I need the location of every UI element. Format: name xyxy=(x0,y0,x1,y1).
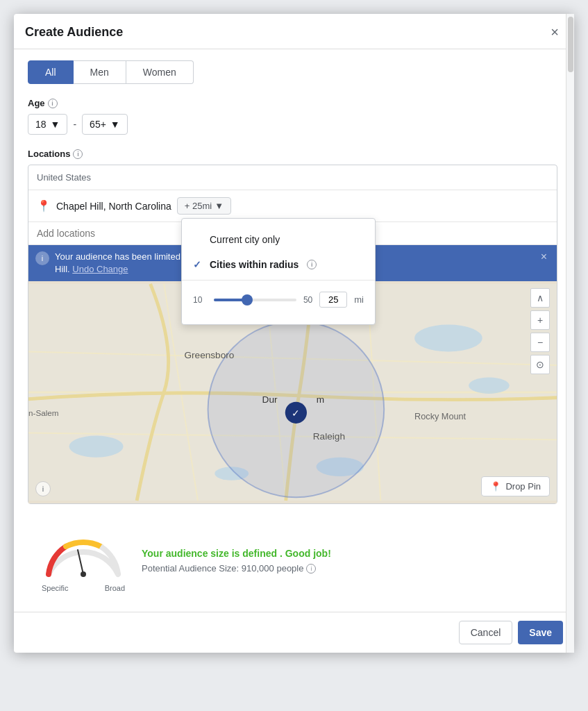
radius-button[interactable]: + 25mi ▼ xyxy=(177,197,231,215)
svg-text:Greensboro: Greensboro xyxy=(184,351,234,361)
slider-max-label: 50 xyxy=(303,295,312,305)
close-button[interactable]: × xyxy=(546,24,563,40)
map-controls: ∧ + − ⊙ xyxy=(530,288,550,374)
dropdown-info-icon[interactable]: i xyxy=(307,260,317,269)
slider-value-input[interactable] xyxy=(319,292,347,308)
location-row: 📍 Chapel Hill, North Carolina + 25mi ▼ C… xyxy=(28,190,557,222)
check-empty-icon xyxy=(193,234,204,245)
dropdown-cities-radius[interactable]: ✓ Cities within radius i xyxy=(182,252,375,277)
svg-point-7 xyxy=(414,325,482,352)
map-zoom-in-button[interactable]: + xyxy=(530,310,550,330)
audience-size-text: Potential Audience Size: 910,000 people … xyxy=(142,563,544,574)
svg-text:Dur: Dur xyxy=(262,394,278,405)
age-separator: - xyxy=(73,119,76,130)
save-button[interactable]: Save xyxy=(518,621,563,644)
radius-chevron-icon: ▼ xyxy=(215,201,224,211)
undo-change-link[interactable]: Undo Change xyxy=(72,264,128,274)
drop-pin-icon: 📍 xyxy=(490,481,501,492)
svg-text:Raleigh: Raleigh xyxy=(313,432,345,442)
age-section-label: Age i xyxy=(28,98,557,108)
slider-thumb[interactable] xyxy=(242,294,253,306)
age-min-chevron-icon: ▼ xyxy=(51,119,60,130)
locations-section-label: Locations i xyxy=(28,149,557,159)
info-bar-close-button[interactable]: × xyxy=(538,251,550,263)
gender-selector: All Men Women xyxy=(28,60,557,84)
gender-men-button[interactable]: Men xyxy=(74,60,126,84)
check-mark-icon: ✓ xyxy=(193,259,204,270)
scrollbar-thumb[interactable] xyxy=(568,17,573,72)
map-zoom-out-button[interactable]: − xyxy=(530,333,550,352)
create-audience-modal: Create Audience × All Men Women Age i 18… xyxy=(14,14,574,653)
radius-dropdown: Current city only ✓ Cities within radius… xyxy=(181,218,376,325)
svg-point-22 xyxy=(81,571,86,577)
drop-pin-button[interactable]: 📍 Drop Pin xyxy=(481,476,550,496)
svg-text:n-Salem: n-Salem xyxy=(28,409,59,418)
location-pin-icon: 📍 xyxy=(37,199,51,212)
modal-title: Create Audience xyxy=(25,25,123,40)
location-name: Chapel Hill, North Carolina xyxy=(56,201,171,212)
age-info-icon[interactable]: i xyxy=(48,99,58,108)
audience-defined-text: Your audience size is defined . Good job… xyxy=(142,548,544,559)
slider-row: 10 50 mi xyxy=(182,283,375,316)
audience-info-icon[interactable]: i xyxy=(306,564,316,574)
svg-text:Rocky Mount: Rocky Mount xyxy=(414,412,466,421)
gauge-broad-label: Broad xyxy=(105,584,125,592)
slider-track[interactable] xyxy=(214,299,296,301)
gauge-wrapper: Specific Broad xyxy=(42,529,125,592)
locations-info-icon[interactable]: i xyxy=(73,149,83,159)
locations-box: United States 📍 Chapel Hill, North Carol… xyxy=(28,165,557,504)
gender-women-button[interactable]: Women xyxy=(126,60,194,84)
dropdown-divider xyxy=(182,280,375,281)
info-bar-icon: i xyxy=(35,251,49,265)
svg-text:m: m xyxy=(317,394,324,405)
modal-header: Create Audience × xyxy=(14,14,574,49)
slider-unit: mi xyxy=(354,294,364,305)
gauge-specific-label: Specific xyxy=(42,584,69,592)
dropdown-current-city[interactable]: Current city only xyxy=(182,227,375,252)
svg-point-8 xyxy=(469,378,510,394)
map-locate-button[interactable]: ⊙ xyxy=(530,355,550,374)
modal-footer: Cancel Save xyxy=(14,612,574,653)
cancel-button[interactable]: Cancel xyxy=(459,621,513,644)
audience-section: Specific Broad Your audience size is def… xyxy=(28,515,557,601)
gauge-container xyxy=(42,529,125,581)
audience-status-word: defined xyxy=(242,548,277,559)
age-max-chevron-icon: ▼ xyxy=(110,119,120,130)
gauge-svg xyxy=(42,529,125,578)
country-header: United States xyxy=(28,165,557,190)
gauge-labels: Specific Broad xyxy=(42,584,125,592)
age-min-select[interactable]: 18 ▼ xyxy=(28,114,67,135)
age-max-select[interactable]: 65+ ▼ xyxy=(82,114,128,135)
modal-body: All Men Women Age i 18 ▼ - 65+ ▼ Locatio… xyxy=(14,49,574,612)
map-expand-button[interactable]: ∧ xyxy=(530,288,550,308)
age-row: 18 ▼ - 65+ ▼ xyxy=(28,114,557,135)
svg-text:✓: ✓ xyxy=(292,408,300,419)
slider-min-label: 10 xyxy=(193,295,207,305)
scrollbar[interactable] xyxy=(566,14,574,653)
svg-point-9 xyxy=(69,436,124,458)
gender-all-button[interactable]: All xyxy=(28,60,74,84)
audience-text: Your audience size is defined . Good job… xyxy=(142,548,544,574)
